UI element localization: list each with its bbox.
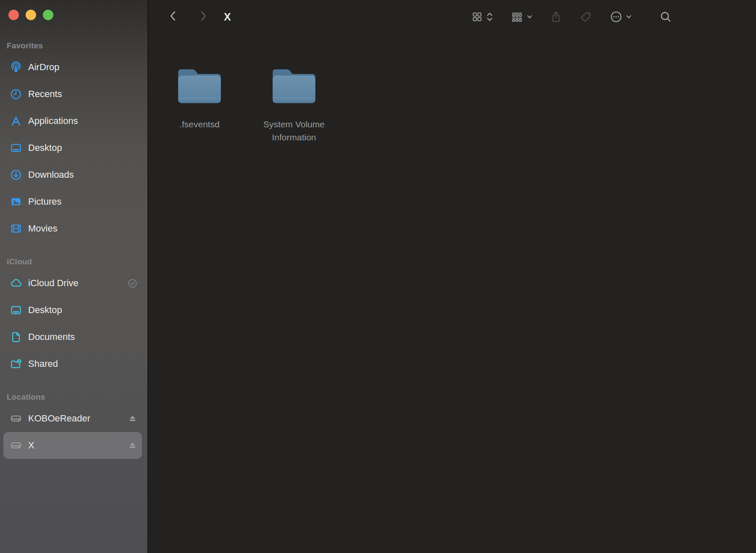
toolbar-actions bbox=[471, 11, 756, 23]
sidebar-section-favorites: Favorites AirDrop Recents Applications D… bbox=[0, 41, 147, 242]
forward-button[interactable] bbox=[197, 10, 210, 24]
search-button[interactable] bbox=[659, 11, 672, 23]
chevron-left-icon bbox=[168, 10, 178, 24]
sidebar-item-movies[interactable]: Movies bbox=[3, 215, 142, 242]
back-button[interactable] bbox=[167, 10, 179, 24]
chevron-down-icon bbox=[527, 14, 533, 20]
file-item-system-volume-information[interactable]: System Volume Information bbox=[254, 63, 334, 144]
movies-icon bbox=[9, 222, 23, 235]
sidebar-section-icloud: iCloud iCloud Drive Desktop Documents Sh… bbox=[0, 257, 147, 377]
tag-button[interactable] bbox=[580, 11, 592, 23]
icloud-icon bbox=[9, 276, 23, 290]
group-by-icon bbox=[511, 11, 523, 23]
more-ellipsis-icon bbox=[610, 11, 622, 23]
file-name: .fseventsd bbox=[179, 118, 220, 131]
toolbar: X bbox=[148, 0, 756, 34]
file-item-fseventsd[interactable]: .fseventsd bbox=[160, 63, 239, 131]
sidebar-item-label: Documents bbox=[28, 332, 75, 342]
close-button[interactable] bbox=[8, 10, 19, 20]
sidebar-item-applications[interactable]: Applications bbox=[3, 108, 142, 134]
window-title: X bbox=[224, 11, 231, 23]
sidebar-item-label: AirDrop bbox=[28, 62, 60, 73]
tag-icon bbox=[580, 11, 592, 23]
sidebar-item-koboereader[interactable]: KOBOeReader bbox=[3, 405, 142, 432]
sidebar-item-documents[interactable]: Documents bbox=[3, 324, 142, 350]
sidebar-item-desktop[interactable]: Desktop bbox=[3, 297, 142, 324]
sidebar-item-label: X bbox=[28, 440, 34, 451]
sync-check-icon bbox=[127, 278, 138, 289]
sidebar: Favorites AirDrop Recents Applications D… bbox=[0, 0, 148, 553]
view-switcher[interactable] bbox=[471, 11, 493, 23]
view-grid-icon bbox=[471, 11, 483, 23]
share-button[interactable] bbox=[550, 11, 562, 23]
share-icon bbox=[550, 11, 562, 23]
sidebar-item-downloads[interactable]: Downloads bbox=[3, 161, 142, 188]
content-area: .fseventsd System Volume Information bbox=[149, 34, 756, 553]
downloads-icon bbox=[9, 168, 23, 182]
more-actions-button[interactable] bbox=[610, 11, 632, 23]
app-store-icon bbox=[9, 114, 23, 128]
sidebar-item-label: Desktop bbox=[28, 142, 62, 153]
chevron-down-icon bbox=[626, 14, 632, 20]
desktop-icon bbox=[9, 303, 23, 317]
section-header-favorites: Favorites bbox=[7, 41, 147, 50]
chevron-right-icon bbox=[198, 10, 209, 24]
sidebar-item-label: Movies bbox=[28, 223, 58, 234]
section-header-icloud: iCloud bbox=[7, 257, 147, 266]
section-header-locations: Locations bbox=[7, 392, 147, 402]
group-by-button[interactable] bbox=[511, 11, 533, 23]
sidebar-item-desktop[interactable]: Desktop bbox=[3, 134, 142, 161]
sidebar-item-shared[interactable]: Shared bbox=[3, 350, 142, 377]
zoom-button[interactable] bbox=[43, 10, 53, 20]
sidebar-item-pictures[interactable]: Pictures bbox=[3, 188, 142, 215]
sidebar-item-label: Recents bbox=[28, 89, 62, 100]
sidebar-item-label: KOBOeReader bbox=[28, 413, 90, 424]
document-icon bbox=[9, 330, 23, 344]
drive-icon bbox=[9, 439, 23, 452]
sidebar-item-label: Desktop bbox=[28, 305, 62, 316]
sidebar-sections: Favorites AirDrop Recents Applications D… bbox=[0, 41, 147, 474]
traffic-lights bbox=[8, 10, 53, 20]
sidebar-item-recents[interactable]: Recents bbox=[3, 81, 142, 108]
pictures-icon bbox=[9, 195, 23, 208]
sidebar-item-airdrop[interactable]: AirDrop bbox=[3, 54, 142, 81]
eject-button[interactable] bbox=[127, 413, 138, 424]
folder-icon bbox=[175, 63, 224, 105]
sidebar-item-label: Pictures bbox=[28, 196, 61, 207]
sidebar-item-label: Shared bbox=[28, 358, 58, 369]
file-name: System Volume Information bbox=[256, 118, 332, 144]
folder-icon bbox=[269, 63, 319, 105]
view-stepper-icon bbox=[486, 11, 493, 23]
minimize-button[interactable] bbox=[26, 10, 36, 20]
sidebar-item-icloud-drive[interactable]: iCloud Drive bbox=[3, 270, 142, 297]
search-icon bbox=[659, 11, 672, 23]
sidebar-item-x[interactable]: X bbox=[3, 432, 142, 459]
airdrop-icon bbox=[9, 61, 23, 74]
sidebar-item-label: iCloud Drive bbox=[28, 278, 79, 289]
clock-icon bbox=[9, 87, 23, 101]
shared-folder-icon bbox=[9, 357, 23, 371]
sidebar-section-locations: Locations KOBOeReader X bbox=[0, 392, 147, 459]
eject-button[interactable] bbox=[127, 440, 138, 451]
drive-icon bbox=[9, 412, 23, 425]
desktop-icon bbox=[9, 141, 23, 155]
sidebar-item-label: Applications bbox=[28, 116, 78, 126]
sidebar-item-label: Downloads bbox=[28, 169, 74, 180]
finder-window: Favorites AirDrop Recents Applications D… bbox=[0, 0, 756, 553]
